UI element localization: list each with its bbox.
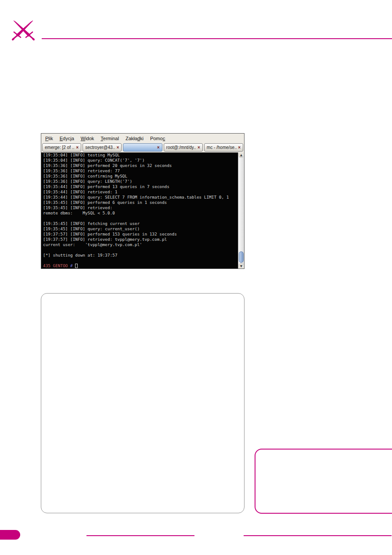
menu-item[interactable]: Plik — [45, 136, 53, 141]
terminal-line — [43, 247, 236, 253]
tab-label: mc - /home/se... — [207, 145, 237, 150]
terminal-line: remote dbms: MySQL < 5.0.0 — [43, 210, 236, 216]
terminal-tab[interactable]: emerge: [2 of ... × — [42, 143, 81, 152]
close-tab-icon[interactable]: × — [117, 145, 119, 150]
scrollbar-track[interactable] — [238, 158, 244, 263]
terminal-cursor — [75, 264, 78, 268]
terminal-line: [19:35:04] [INFO] query: CONCAT('7', '7'… — [43, 158, 236, 163]
terminal-prompt: 435 GENTOO # — [43, 263, 236, 268]
terminal-tab[interactable]: × — [123, 143, 162, 152]
terminal-line: [19:35:36] [INFO] retrieved: 77 — [43, 168, 236, 174]
terminal-tabbar: emerge: [2 of ... × sectroyer@43... × × … — [41, 143, 244, 152]
menu-item[interactable]: Zakładki — [126, 136, 144, 141]
menu-item[interactable]: Edycja — [60, 136, 74, 141]
prompt-host: 435 GENTOO — [43, 263, 68, 268]
terminal-line: [19:35:45] [INFO] fetching current user — [43, 221, 236, 226]
menu-item-label: dycja — [63, 136, 74, 141]
menu-item-mnemonic: c — [163, 136, 165, 141]
page: { "colors":{ "accent":"#c6007c", "termin… — [0, 0, 392, 555]
terminal-line: [19:35:45] [INFO] query: current_user() — [43, 226, 236, 232]
menu-item-label: Pomo — [150, 136, 163, 141]
terminal-output: [19:35:04] [INFO] testing MySQL[19:35:04… — [43, 152, 236, 263]
terminal-window: PlikEdycjaWidokTerminalZakładkiPomoc eme… — [41, 133, 245, 269]
menu-item[interactable]: Widok — [81, 136, 94, 141]
terminal-line: current user: 'tvppl@mery.tvp.com.pl' — [43, 242, 236, 247]
terminal-line: [19:35:44] [INFO] performed 13 queries i… — [43, 184, 236, 189]
menu-item-label: ki — [140, 136, 144, 141]
tab-label: root@:/mnt/dy... — [166, 145, 196, 150]
footer-rule-left — [86, 535, 194, 536]
menu-item-label: erminal — [103, 136, 119, 141]
close-tab-icon[interactable]: × — [198, 145, 200, 150]
terminal-tab[interactable]: root@:/mnt/dy... × — [164, 143, 203, 152]
menu-item-mnemonic: W — [81, 136, 85, 141]
terminal-screen[interactable]: [19:35:04] [INFO] testing MySQL[19:35:04… — [41, 152, 244, 268]
close-tab-icon[interactable]: × — [238, 145, 241, 150]
footer-rule-right — [244, 535, 392, 536]
menu-item-label: Zakła — [126, 136, 137, 141]
terminal-line: [19:35:04] [INFO] testing MySQL — [43, 152, 236, 158]
terminal-line: [19:35:36] [INFO] query: LENGTH('7') — [43, 179, 236, 184]
terminal-line: [19:35:45] [INFO] performed 6 queries in… — [43, 200, 236, 205]
note-box — [255, 449, 392, 514]
page-number-pill — [0, 530, 20, 540]
terminal-tab[interactable]: mc - /home/se... × — [204, 143, 243, 152]
close-tab-icon[interactable]: × — [157, 145, 160, 150]
menu-item[interactable]: Pomoc — [150, 136, 165, 141]
terminal-line: [*] shutting down at: 19:37:57 — [43, 253, 236, 258]
menu-item-label: idok — [85, 136, 94, 141]
terminal-line: [19:35:36] [INFO] performed 20 queries i… — [43, 163, 236, 168]
terminal-line: [19:35:36] [INFO] confirming MySQL — [43, 174, 236, 179]
menu-item-mnemonic: E — [60, 136, 63, 141]
terminal-line: [19:35:44] [INFO] retrieved: 1 — [43, 189, 236, 195]
scrollbar-thumb[interactable] — [239, 251, 244, 263]
terminal-line: [19:37:57] [INFO] performed 153 queries … — [43, 232, 236, 237]
terminal-line: [19:35:45] [INFO] retrieved: — [43, 205, 236, 210]
tab-label: emerge: [2 of ... — [45, 145, 75, 150]
menu-item[interactable]: Terminal — [101, 136, 119, 141]
terminal-menubar: PlikEdycjaWidokTerminalZakładkiPomoc — [41, 134, 244, 143]
prompt-symbol: # — [70, 263, 73, 268]
scroll-up-icon[interactable]: ▲ — [238, 152, 244, 158]
figure-frame-box — [41, 293, 245, 513]
menu-item-label: lik — [48, 136, 53, 141]
tab-label: sectroyer@43... — [85, 145, 115, 150]
scroll-down-icon[interactable]: ▼ — [238, 263, 244, 268]
terminal-line: [19:35:44] [INFO] query: SELECT 7 FROM i… — [43, 195, 236, 200]
terminal-line — [43, 258, 236, 263]
terminal-line — [43, 216, 236, 221]
terminal-tab[interactable]: sectroyer@43... × — [83, 143, 122, 152]
crossed-swords-icon — [6, 18, 40, 43]
header-rule — [42, 38, 392, 39]
terminal-line: [19:37:57] [INFO] retrieved: tvppl@mery.… — [43, 237, 236, 242]
terminal-scrollbar[interactable]: ▲ ▼ — [238, 152, 244, 268]
close-tab-icon[interactable]: × — [76, 145, 79, 150]
